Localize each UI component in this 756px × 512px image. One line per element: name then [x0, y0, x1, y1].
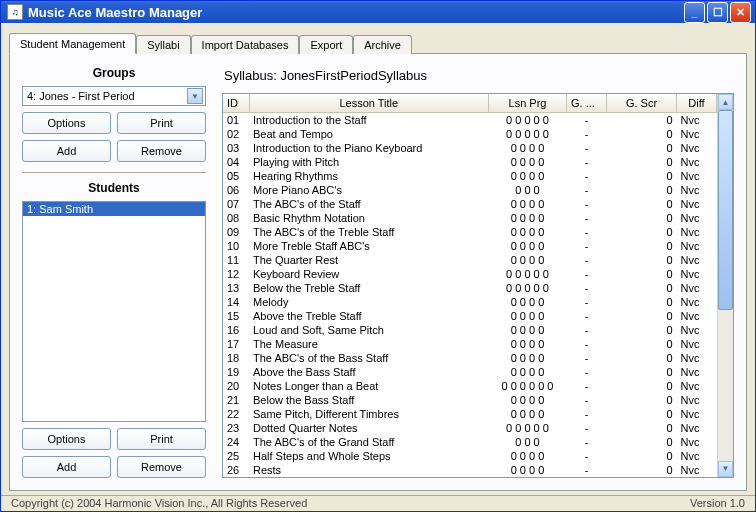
maximize-button[interactable]: ☐	[707, 2, 728, 23]
cell-title: Above the Bass Staff	[249, 365, 489, 379]
table-row[interactable]: 01Introduction to the Staff0 0 0 0 0-0Nv…	[223, 112, 717, 127]
cell-g1: -	[567, 155, 607, 169]
cell-gscr: 0	[607, 351, 677, 365]
groups-options-button[interactable]: Options	[22, 112, 111, 134]
table-row[interactable]: 02Beat and Tempo0 0 0 0 0-0Nvc	[223, 127, 717, 141]
table-row[interactable]: 06More Piano ABC's0 0 0-0Nvc	[223, 183, 717, 197]
table-row[interactable]: 20Notes Longer than a Beat0 0 0 0 0 0-0N…	[223, 379, 717, 393]
students-listbox[interactable]: 1: Sam Smith	[22, 201, 206, 422]
window-title: Music Ace Maestro Manager	[28, 5, 684, 20]
cell-g1: -	[567, 281, 607, 295]
table-row[interactable]: 17The Measure0 0 0 0-0Nvc	[223, 337, 717, 351]
col-title[interactable]: Lesson Title	[249, 94, 489, 112]
students-options-button[interactable]: Options	[22, 428, 111, 450]
syllabus-label: Syllabus: JonesFirstPeriodSyllabus	[224, 68, 734, 83]
cell-lsnprg: 0 0 0 0	[489, 253, 567, 267]
table-row[interactable]: 14Melody0 0 0 0-0Nvc	[223, 295, 717, 309]
cell-lsnprg: 0 0 0 0	[489, 141, 567, 155]
cell-id: 02	[223, 127, 249, 141]
tab-syllabi[interactable]: Syllabi	[136, 35, 190, 54]
groups-remove-button[interactable]: Remove	[117, 140, 206, 162]
tab-export[interactable]: Export	[299, 35, 353, 54]
cell-title: Same Pitch, Different Timbres	[249, 407, 489, 421]
vertical-scrollbar[interactable]: ▲ ▼	[717, 94, 733, 477]
cell-gscr: 0	[607, 407, 677, 421]
groups-add-button[interactable]: Add	[22, 140, 111, 162]
cell-lsnprg: 0 0 0 0	[489, 337, 567, 351]
students-print-button[interactable]: Print	[117, 428, 206, 450]
table-row[interactable]: 10More Treble Staff ABC's0 0 0 0-0Nvc	[223, 239, 717, 253]
table-row[interactable]: 03Introduction to the Piano Keyboard0 0 …	[223, 141, 717, 155]
col-gscr[interactable]: G. Scr	[607, 94, 677, 112]
title-bar[interactable]: ♫ Music Ace Maestro Manager _ ☐ ✕	[1, 1, 755, 23]
application-window: ♫ Music Ace Maestro Manager _ ☐ ✕ Studen…	[0, 0, 756, 512]
table-row[interactable]: 05Hearing Rhythms0 0 0 0-0Nvc	[223, 169, 717, 183]
tab-student-management[interactable]: Student Management	[9, 33, 136, 54]
tab-import-databases[interactable]: Import Databases	[191, 35, 300, 54]
table-row[interactable]: 13Below the Treble Staff0 0 0 0 0-0Nvc	[223, 281, 717, 295]
col-id[interactable]: ID	[223, 94, 249, 112]
col-g1[interactable]: G. ...	[567, 94, 607, 112]
table-row[interactable]: 15Above the Treble Staff0 0 0 0-0Nvc	[223, 309, 717, 323]
cell-diff: Nvc	[677, 295, 717, 309]
minimize-button[interactable]: _	[684, 2, 705, 23]
table-row[interactable]: 11The Quarter Rest0 0 0 0-0Nvc	[223, 253, 717, 267]
groups-dropdown[interactable]: 4: Jones - First Period ▼	[22, 86, 206, 106]
table-row[interactable]: 18The ABC's of the Bass Staff0 0 0 0-0Nv…	[223, 351, 717, 365]
list-item[interactable]: 1: Sam Smith	[23, 202, 205, 216]
close-button[interactable]: ✕	[730, 2, 751, 23]
table-row[interactable]: 08Basic Rhythm Notation0 0 0 0-0Nvc	[223, 211, 717, 225]
table-row[interactable]: 04Playing with Pitch0 0 0 0-0Nvc	[223, 155, 717, 169]
scroll-down-icon[interactable]: ▼	[718, 461, 733, 477]
table-row[interactable]: 21Below the Bass Staff0 0 0 0-0Nvc	[223, 393, 717, 407]
table-row[interactable]: 12Keyboard Review0 0 0 0 0-0Nvc	[223, 267, 717, 281]
maximize-icon: ☐	[713, 6, 723, 19]
cell-diff: Nvc	[677, 463, 717, 477]
cell-title: The Quarter Rest	[249, 253, 489, 267]
tab-archive[interactable]: Archive	[353, 35, 412, 54]
cell-title: Introduction to the Piano Keyboard	[249, 141, 489, 155]
table-row[interactable]: 16Loud and Soft, Same Pitch0 0 0 0-0Nvc	[223, 323, 717, 337]
cell-id: 05	[223, 169, 249, 183]
table-row[interactable]: 24The ABC's of the Grand Staff0 0 0-0Nvc	[223, 435, 717, 449]
close-icon: ✕	[736, 6, 745, 19]
cell-id: 17	[223, 337, 249, 351]
students-add-button[interactable]: Add	[22, 456, 111, 478]
groups-print-button[interactable]: Print	[117, 112, 206, 134]
lessons-table[interactable]: ID Lesson Title Lsn Prg G. ... G. Scr Di…	[223, 94, 717, 477]
cell-title: The ABC's of the Bass Staff	[249, 351, 489, 365]
cell-gscr: 0	[607, 141, 677, 155]
table-row[interactable]: 19Above the Bass Staff0 0 0 0-0Nvc	[223, 365, 717, 379]
scroll-up-icon[interactable]: ▲	[718, 94, 733, 110]
cell-title: Above the Treble Staff	[249, 309, 489, 323]
table-row[interactable]: 26Rests0 0 0 0-0Nvc	[223, 463, 717, 477]
cell-diff: Nvc	[677, 225, 717, 239]
col-diff[interactable]: Diff	[677, 94, 717, 112]
cell-lsnprg: 0 0 0 0	[489, 365, 567, 379]
cell-gscr: 0	[607, 393, 677, 407]
table-row[interactable]: 22Same Pitch, Different Timbres0 0 0 0-0…	[223, 407, 717, 421]
cell-g1: -	[567, 365, 607, 379]
cell-id: 10	[223, 239, 249, 253]
cell-g1: -	[567, 141, 607, 155]
cell-g1: -	[567, 197, 607, 211]
cell-gscr: 0	[607, 267, 677, 281]
cell-id: 25	[223, 449, 249, 463]
cell-diff: Nvc	[677, 393, 717, 407]
cell-gscr: 0	[607, 169, 677, 183]
cell-g1: -	[567, 211, 607, 225]
col-lsnprg[interactable]: Lsn Prg	[489, 94, 567, 112]
scroll-track[interactable]	[718, 110, 733, 461]
divider	[22, 172, 206, 173]
cell-title: The ABC's of the Treble Staff	[249, 225, 489, 239]
table-row[interactable]: 09The ABC's of the Treble Staff0 0 0 0-0…	[223, 225, 717, 239]
table-row[interactable]: 25Half Steps and Whole Steps0 0 0 0-0Nvc	[223, 449, 717, 463]
scroll-thumb[interactable]	[718, 110, 733, 310]
cell-diff: Nvc	[677, 155, 717, 169]
cell-title: More Piano ABC's	[249, 183, 489, 197]
table-row[interactable]: 23Dotted Quarter Notes0 0 0 0 0-0Nvc	[223, 421, 717, 435]
cell-id: 03	[223, 141, 249, 155]
cell-diff: Nvc	[677, 183, 717, 197]
table-row[interactable]: 07The ABC's of the Staff0 0 0 0-0Nvc	[223, 197, 717, 211]
students-remove-button[interactable]: Remove	[117, 456, 206, 478]
